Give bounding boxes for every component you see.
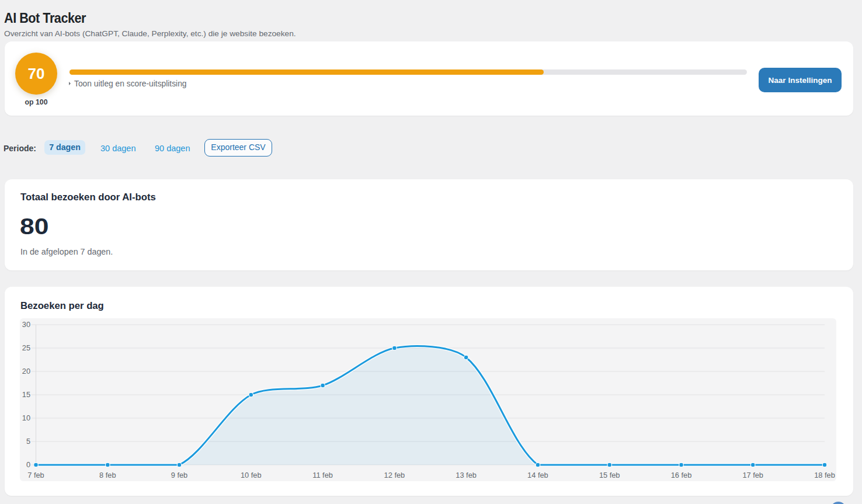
- svg-text:0: 0: [26, 460, 30, 469]
- svg-text:10 feb: 10 feb: [241, 471, 262, 479]
- svg-text:16 feb: 16 feb: [671, 471, 692, 479]
- svg-text:17 feb: 17 feb: [742, 471, 763, 479]
- svg-text:9 feb: 9 feb: [171, 471, 187, 479]
- svg-text:10: 10: [22, 413, 30, 422]
- svg-text:5: 5: [26, 437, 30, 446]
- svg-text:11 feb: 11 feb: [312, 471, 333, 479]
- svg-text:13 feb: 13 feb: [456, 471, 477, 479]
- svg-text:8 feb: 8 feb: [99, 471, 116, 479]
- svg-text:12 feb: 12 feb: [384, 471, 405, 479]
- svg-text:15 feb: 15 feb: [599, 471, 620, 479]
- svg-text:18 feb: 18 feb: [814, 471, 835, 479]
- svg-text:25: 25: [22, 343, 30, 352]
- svg-text:15: 15: [22, 390, 30, 399]
- svg-text:30: 30: [22, 320, 30, 329]
- svg-text:20: 20: [22, 367, 30, 376]
- svg-text:14 feb: 14 feb: [527, 471, 548, 479]
- svg-text:7 feb: 7 feb: [27, 471, 44, 479]
